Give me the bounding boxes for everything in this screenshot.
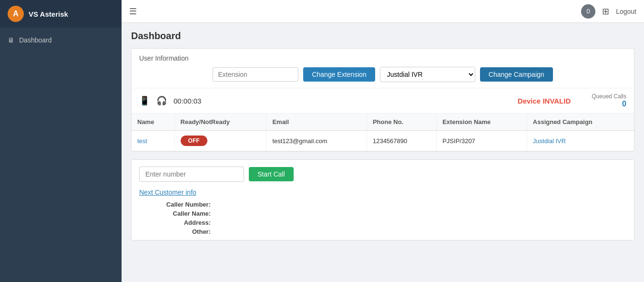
headset-icon: 🎧 xyxy=(156,95,167,106)
dashboard-icon: 🖥 xyxy=(8,36,14,44)
app-name: VS Asterisk xyxy=(29,10,68,18)
topbar: ☰ 0 ⊞ Logout xyxy=(122,0,644,23)
notification-count: 0 xyxy=(587,8,590,15)
status-timer: 00:00:03 xyxy=(174,97,201,105)
avatar: A xyxy=(8,6,24,22)
call-card: Start Call Next Customer info Caller Num… xyxy=(131,159,634,240)
user-info-title: User Information xyxy=(139,54,626,62)
queued-calls-count: 0 xyxy=(592,100,626,108)
device-status: Device INVALID xyxy=(518,97,571,105)
cell-phone: 1234567890 xyxy=(367,131,436,151)
topbar-left: ☰ xyxy=(129,6,137,17)
notification-button[interactable]: 0 xyxy=(581,4,595,19)
agent-table: Name Ready/NotReady Email Phone No. Exte… xyxy=(132,114,634,151)
status-row: 📱 🎧 00:00:03 Device INVALID Queued Calls… xyxy=(132,88,634,114)
phone-icon: 📱 xyxy=(139,95,150,106)
cell-extension-name: PJSIP/3207 xyxy=(437,131,527,151)
topbar-right: 0 ⊞ Logout xyxy=(581,4,636,19)
col-ready: Ready/NotReady xyxy=(174,114,266,131)
user-info-row: Change Extension Justdial IVR Change Cam… xyxy=(139,67,626,82)
grid-icon[interactable]: ⊞ xyxy=(602,6,609,17)
caller-number-value xyxy=(214,201,626,208)
col-name: Name xyxy=(132,114,174,131)
other-value xyxy=(214,228,626,235)
sidebar-header: A VS Asterisk xyxy=(0,0,122,28)
start-call-button[interactable]: Start Call xyxy=(249,167,294,181)
call-section: Start Call Next Customer info Caller Num… xyxy=(132,160,634,240)
change-campaign-button[interactable]: Change Campaign xyxy=(480,67,553,82)
caller-number-label: Caller Number: xyxy=(139,201,211,208)
number-input[interactable] xyxy=(139,167,244,182)
logout-button[interactable]: Logout xyxy=(616,8,636,15)
page-title: Dashboard xyxy=(131,31,634,42)
col-phone: Phone No. xyxy=(367,114,436,131)
content-area: Dashboard User Information Change Extens… xyxy=(122,23,644,282)
other-label: Other: xyxy=(139,228,211,235)
user-info-section: User Information Change Extension Justdi… xyxy=(132,49,634,88)
cell-email: test123@gmail.com xyxy=(266,131,367,151)
sidebar-nav: 🖥 Dashboard xyxy=(0,28,122,52)
col-email: Email xyxy=(266,114,367,131)
change-extension-button[interactable]: Change Extension xyxy=(303,67,375,82)
sidebar-item-label: Dashboard xyxy=(19,36,52,44)
extension-input[interactable] xyxy=(213,67,298,82)
table-header-row: Name Ready/NotReady Email Phone No. Exte… xyxy=(132,114,634,131)
sidebar-item-dashboard[interactable]: 🖥 Dashboard xyxy=(0,31,122,49)
address-label: Address: xyxy=(139,219,211,226)
cell-campaign: Justdial IVR xyxy=(527,131,634,151)
call-row: Start Call xyxy=(139,167,626,182)
ready-badge: OFF xyxy=(181,136,207,146)
agent-table-section: Name Ready/NotReady Email Phone No. Exte… xyxy=(132,114,634,151)
user-info-card: User Information Change Extension Justdi… xyxy=(131,48,634,152)
caller-name-label: Caller Name: xyxy=(139,210,211,217)
address-value xyxy=(214,219,626,226)
caller-name-value xyxy=(214,210,626,217)
main-content: ☰ 0 ⊞ Logout Dashboard User Information … xyxy=(122,0,644,282)
cell-name: test xyxy=(132,131,174,151)
campaign-select[interactable]: Justdial IVR xyxy=(380,67,475,82)
sidebar: A VS Asterisk 🖥 Dashboard xyxy=(0,0,122,282)
hamburger-icon[interactable]: ☰ xyxy=(129,6,137,17)
queued-calls-section: Queued Calls 0 xyxy=(592,93,626,108)
col-extension: Extension Name xyxy=(437,114,527,131)
table-row: test OFF test123@gmail.com 1234567890 PJ… xyxy=(132,131,634,151)
cell-ready: OFF xyxy=(174,131,266,151)
next-customer-link[interactable]: Next Customer info xyxy=(139,188,626,196)
col-campaign: Assigned Campaign xyxy=(527,114,634,131)
queued-calls-label: Queued Calls xyxy=(592,93,626,100)
customer-info-grid: Caller Number: Caller Name: Address: Oth… xyxy=(139,201,626,235)
